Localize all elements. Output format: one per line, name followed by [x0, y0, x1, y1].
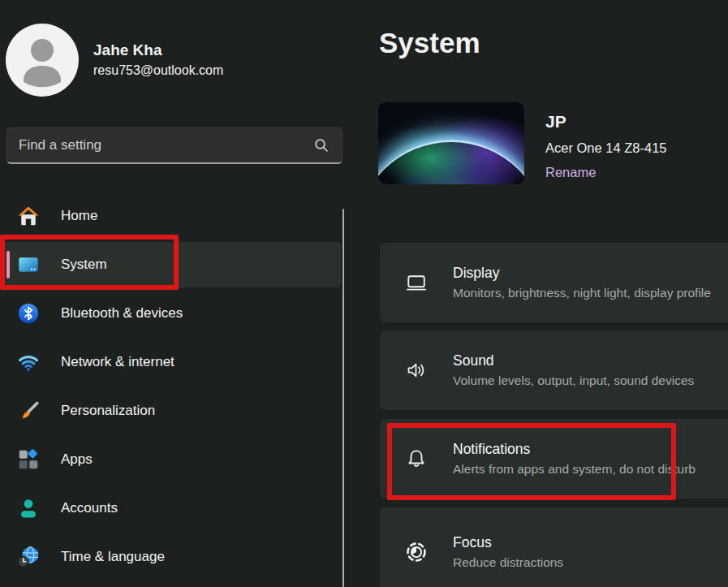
card-subtitle: Reduce distractions — [453, 555, 563, 570]
sidebar-item-home[interactable]: Home — [3, 192, 341, 240]
sidebar-item-apps[interactable]: Apps — [3, 435, 341, 484]
card-subtitle: Monitors, brightness, night light, displ… — [453, 286, 711, 300]
profile-email: resu753@outlook.com — [93, 63, 223, 78]
sidebar-item-label: Home — [61, 208, 97, 224]
card-subtitle: Alerts from apps and system, do not dist… — [453, 462, 696, 477]
sidebar-item-label: System — [61, 257, 107, 273]
rename-link[interactable]: Rename — [545, 165, 596, 180]
display-icon — [404, 270, 429, 295]
sidebar-scrollbar[interactable] — [342, 209, 344, 587]
personalization-icon — [16, 399, 41, 423]
card-subtitle: Volume levels, output, input, sound devi… — [453, 373, 694, 388]
sidebar-item-network-internet[interactable]: Network & internet — [3, 338, 341, 386]
sidebar-item-bluetooth-devices[interactable]: Bluetooth & devices — [3, 289, 341, 338]
card-title: Focus — [453, 534, 563, 551]
sidebar-item-system[interactable]: System — [3, 242, 341, 287]
focus-icon — [404, 540, 429, 564]
avatar[interactable] — [6, 24, 79, 97]
time-language-icon — [16, 545, 41, 569]
device-model: Acer One 14 Z8-415 — [545, 140, 667, 156]
sidebar-item-label: Bluetooth & devices — [61, 305, 183, 322]
device-name: JP — [545, 112, 566, 132]
network-icon — [16, 350, 41, 374]
sidebar-item-personalization[interactable]: Personalization — [3, 386, 341, 435]
sidebar-item-label: Time & language — [61, 549, 165, 565]
bluetooth-icon — [16, 301, 41, 326]
home-icon — [16, 204, 41, 228]
sound-icon — [404, 358, 429, 382]
card-display[interactable]: Display Monitors, brightness, night ligh… — [380, 243, 728, 322]
card-title: Sound — [453, 352, 694, 369]
person-icon — [6, 24, 79, 97]
card-focus[interactable]: Focus Reduce distractions — [380, 507, 728, 587]
sidebar-item-label: Personalization — [61, 403, 155, 419]
page-title: System — [379, 27, 480, 59]
sidebar-item-accounts[interactable]: Accounts — [3, 484, 341, 533]
selection-pill — [6, 251, 10, 278]
system-icon — [16, 252, 41, 277]
card-title: Display — [453, 265, 711, 282]
card-notifications[interactable]: Notifications Alerts from apps and syste… — [380, 419, 728, 499]
sidebar-item-time-language[interactable]: Time & language — [3, 533, 341, 581]
accounts-icon — [16, 496, 41, 520]
search-icon — [312, 136, 331, 155]
profile-name: Jahe Kha — [93, 41, 162, 59]
sidebar-item-label: Apps — [61, 451, 93, 468]
card-sound[interactable]: Sound Volume levels, output, input, soun… — [380, 330, 728, 410]
bloom-glow — [378, 140, 524, 184]
search-input[interactable] — [7, 137, 312, 153]
apps-icon — [16, 447, 41, 472]
settings-window: Jahe Kha resu753@outlook.com Home — [0, 0, 728, 587]
device-wallpaper-thumbnail — [378, 102, 524, 184]
sidebar-item-label: Network & internet — [61, 354, 174, 370]
sidebar-item-label: Accounts — [61, 500, 118, 516]
notifications-icon — [404, 447, 429, 471]
search-box[interactable] — [6, 127, 342, 164]
card-title: Notifications — [453, 441, 696, 458]
